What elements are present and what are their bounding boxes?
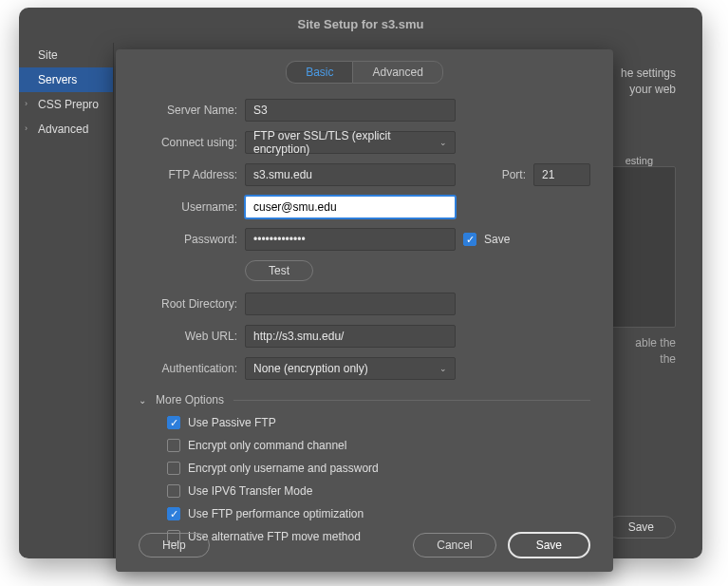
tab-bar: Basic Advanced [116,61,613,84]
more-options-label: More Options [156,393,224,406]
opt-label: Use Passive FTP [188,416,276,429]
label-web-url: Web URL: [139,330,237,343]
chevron-down-icon: ⌄ [439,138,447,147]
bg-text-bottom: able the the [635,335,676,368]
label-authentication: Authentication: [139,362,237,375]
server-modal: Basic Advanced Server Name: Connect usin… [116,49,613,572]
sidebar-item-label: Advanced [38,123,88,136]
chevron-down-icon: ⌄ [439,364,447,373]
option-row: Use IPV6 Transfer Mode [167,484,590,498]
option-row: Use FTP performance optimization [167,507,590,520]
opt-ipv6-checkbox[interactable] [167,484,180,498]
label-ftp-address: FTP Address: [139,168,237,181]
chevron-right-icon: › [25,99,28,108]
modal-buttons: Help Cancel Save [139,532,590,558]
label-username: Username: [139,200,237,214]
option-row: Encrypt only command channel [167,439,590,452]
test-button[interactable]: Test [245,260,313,281]
authentication-select[interactable]: None (encryption only) ⌄ [245,357,456,380]
sidebar: Site Servers › CSS Prepro › Advanced [19,43,114,558]
opt-encrypt-userpass-checkbox[interactable] [167,462,180,475]
bg-testing-label: esting [620,155,659,166]
ftp-address-input[interactable] [245,163,456,186]
help-button[interactable]: Help [139,533,210,558]
port-input[interactable] [533,163,590,186]
bg-text-top: he settings your web [621,66,676,98]
label-connect-using: Connect using: [139,136,237,149]
opt-passive-ftp-checkbox[interactable] [167,416,180,429]
form: Server Name: Connect using: FTP over SSL… [116,99,613,543]
chevron-right-icon: › [25,123,28,133]
root-dir-input[interactable] [245,293,456,315]
chevron-down-icon: ⌄ [139,395,146,406]
label-password: Password: [139,233,237,246]
sidebar-item-site[interactable]: Site [19,43,113,67]
opt-label: Use IPV6 Transfer Mode [188,484,312,498]
web-url-input[interactable] [245,325,456,348]
opt-perf-opt-checkbox[interactable] [167,507,180,520]
outer-title: Site Setup for s3.smu [19,8,702,43]
save-button[interactable]: Save [508,532,590,558]
save-password-checkbox[interactable] [463,233,476,246]
option-row: Use Passive FTP [167,416,590,429]
outer-save-button[interactable]: Save [607,516,676,539]
cancel-button[interactable]: Cancel [413,533,495,558]
opt-encrypt-command-checkbox[interactable] [167,439,180,452]
sidebar-item-css-prepro[interactable]: › CSS Prepro [19,92,113,117]
sidebar-item-label: CSS Prepro [38,98,99,111]
more-options-panel: Use Passive FTP Encrypt only command cha… [139,416,590,543]
opt-label: Encrypt only username and password [188,462,379,475]
select-value: None (encryption only) [253,362,368,375]
label-server-name: Server Name: [139,104,237,117]
opt-label: Encrypt only command channel [188,439,346,452]
username-input[interactable] [245,196,456,218]
save-password-label: Save [484,233,510,246]
sidebar-item-label: Site [38,48,58,62]
label-port: Port: [502,168,526,181]
opt-label: Use FTP performance optimization [188,507,364,520]
tab-basic[interactable]: Basic [286,61,352,84]
server-name-input[interactable] [245,99,456,122]
divider-line [233,400,590,401]
tab-advanced[interactable]: Advanced [352,61,442,84]
label-root-dir: Root Directory: [139,297,237,311]
option-row: Encrypt only username and password [167,462,590,475]
connect-using-select[interactable]: FTP over SSL/TLS (explicit encryption) ⌄ [245,131,456,154]
password-input[interactable] [245,228,456,251]
sidebar-item-servers[interactable]: Servers [19,67,113,92]
select-value: FTP over SSL/TLS (explicit encryption) [253,129,432,156]
sidebar-item-label: Servers [38,73,77,86]
sidebar-item-advanced[interactable]: › Advanced [19,117,113,142]
more-options-toggle[interactable]: ⌄ More Options [139,393,590,406]
